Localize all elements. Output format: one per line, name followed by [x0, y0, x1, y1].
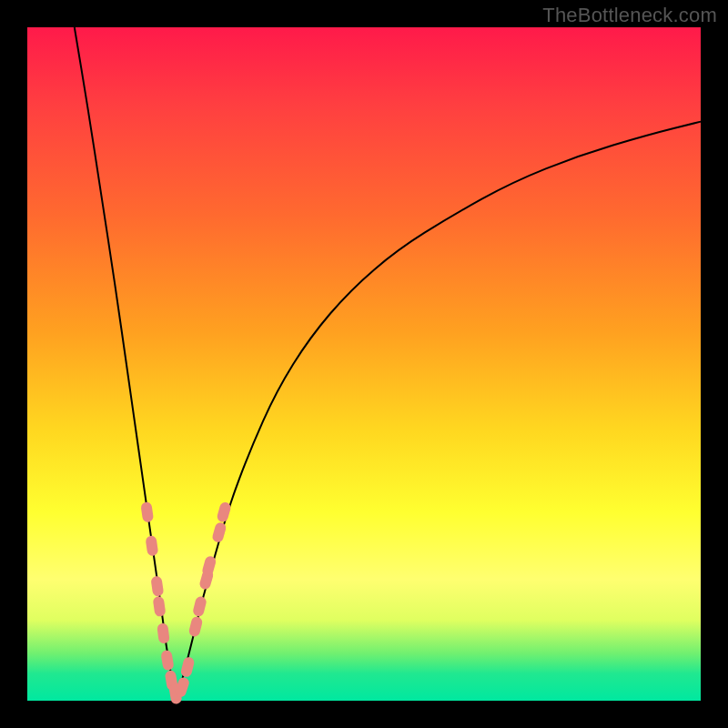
data-markers	[140, 501, 232, 705]
curve-right	[176, 122, 701, 701]
data-marker	[153, 596, 167, 617]
data-marker	[160, 650, 174, 672]
data-marker	[188, 615, 204, 637]
data-marker	[150, 575, 164, 596]
watermark-text: TheBottleneck.com	[542, 4, 717, 27]
data-marker	[140, 501, 154, 522]
chart-overlay	[27, 27, 701, 701]
data-marker	[180, 656, 196, 678]
data-marker	[192, 595, 207, 617]
data-marker	[157, 622, 170, 643]
data-marker	[145, 535, 158, 556]
chart-frame: TheBottleneck.com	[0, 0, 728, 728]
